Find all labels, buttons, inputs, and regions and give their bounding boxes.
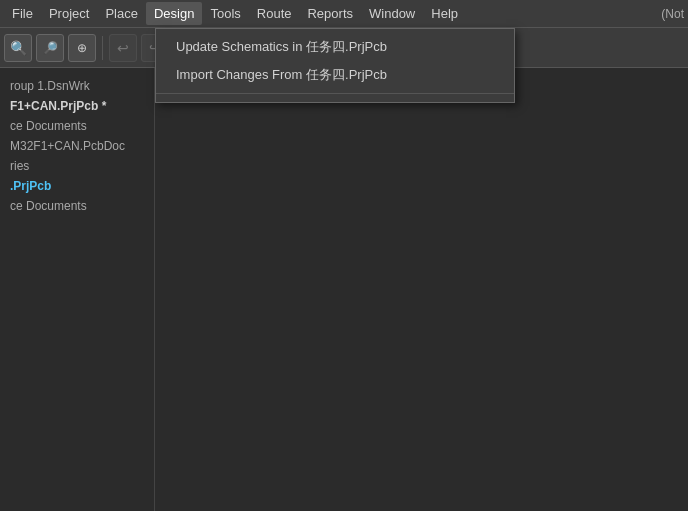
main-area: roup 1.DsnWrk F1+CAN.PrjPcb * ce Documen… — [0, 68, 688, 511]
extra-text: (Not — [661, 7, 684, 21]
left-panel: roup 1.DsnWrk F1+CAN.PrjPcb * ce Documen… — [0, 68, 155, 511]
panel-item-6[interactable]: .PrjPcb — [0, 176, 154, 196]
undo-button[interactable]: ↩ — [109, 34, 137, 62]
panel-item-5: ries — [0, 156, 154, 176]
menu-route[interactable]: Route — [249, 2, 300, 25]
menu-file[interactable]: File — [4, 2, 41, 25]
zoom-fit-button[interactable]: ⊕ — [68, 34, 96, 62]
menu-item-import-changes-from-prjpcb[interactable]: Import Changes From 任务四.PrjPcb — [156, 61, 514, 89]
zoom-out-button[interactable]: 🔎 — [36, 34, 64, 62]
menubar: File Project Place Design Tools Route Re… — [0, 0, 688, 28]
toolbar-separator-1 — [102, 36, 103, 60]
menu-project[interactable]: Project — [41, 2, 97, 25]
panel-item-3: ce Documents — [0, 116, 154, 136]
menu-design[interactable]: Design — [146, 2, 202, 25]
panel-item-1: roup 1.DsnWrk — [0, 76, 154, 96]
menu-item-label: Update Schematics in 任务四.PrjPcb — [176, 38, 387, 56]
zoom-in-button[interactable]: 🔍 — [4, 34, 32, 62]
menu-place[interactable]: Place — [97, 2, 146, 25]
panel-item-7: ce Documents — [0, 196, 154, 216]
menu-reports[interactable]: Reports — [299, 2, 361, 25]
menu-help[interactable]: Help — [423, 2, 466, 25]
right-area: 📁 任务四.SchD — [155, 68, 688, 511]
panel-item-4[interactable]: M32F1+CAN.PcbDoc — [0, 136, 154, 156]
menu-tools[interactable]: Tools — [202, 2, 248, 25]
panel-item-2[interactable]: F1+CAN.PrjPcb * — [0, 96, 154, 116]
menu-window[interactable]: Window — [361, 2, 423, 25]
design-dropdown-menu: Update Schematics in 任务四.PrjPcbImport Ch… — [155, 28, 515, 103]
menu-separator-2 — [156, 93, 514, 94]
menu-item-label: Import Changes From 任务四.PrjPcb — [176, 66, 387, 84]
menu-item-update-schematics-in-prjpcb[interactable]: Update Schematics in 任务四.PrjPcb — [156, 33, 514, 61]
